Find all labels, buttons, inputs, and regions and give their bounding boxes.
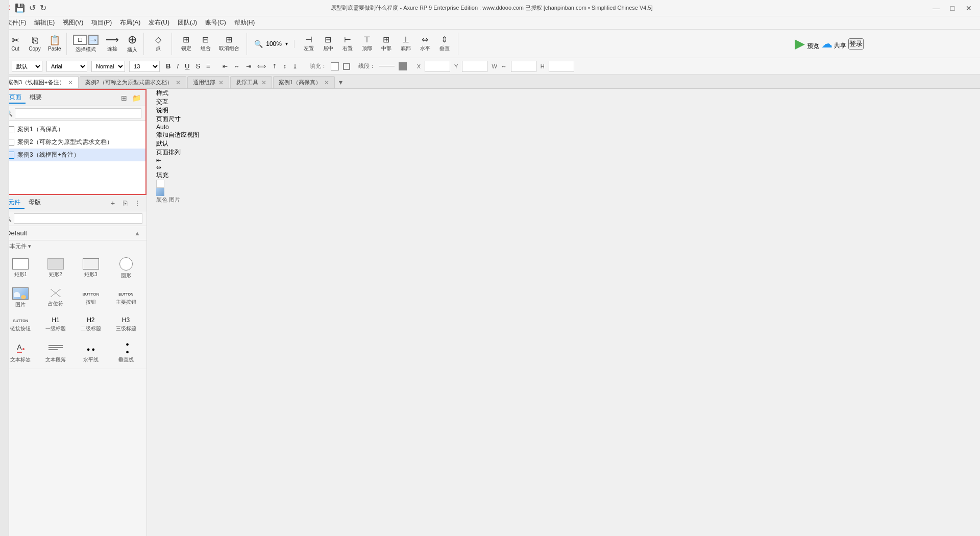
tab-more-btn[interactable]: ▾	[336, 76, 346, 88]
notes-tab[interactable]: 说明	[156, 106, 199, 115]
menu-team[interactable]: 团队(J)	[174, 17, 201, 28]
comp-mainbtn[interactable]: BUTTON 主要按钮	[109, 284, 142, 311]
preview-button[interactable]: ▶ 预览	[795, 36, 819, 52]
share-button[interactable]: ☁ 共享	[821, 37, 846, 51]
close-btn[interactable]: ✕	[962, 3, 976, 13]
pages-search-input[interactable]	[15, 108, 141, 118]
tab-floating[interactable]: 悬浮工具 ✕	[230, 76, 272, 88]
paste-button[interactable]: 📋 Paste	[45, 33, 64, 55]
align-center-page-btn[interactable]: ⇔	[156, 164, 199, 171]
page-item-case1[interactable]: 案例1（高保真）	[1, 123, 145, 136]
y-input[interactable]	[462, 61, 487, 72]
outline-tab[interactable]: 概要	[26, 92, 46, 104]
align-bottom-text-btn[interactable]: ⤓	[290, 61, 300, 71]
align-right-btn[interactable]: ⊢ 右置	[338, 33, 357, 55]
style-select[interactable]: 默认	[12, 61, 42, 72]
default-collapse-arrow[interactable]: ▲	[134, 230, 140, 237]
comp-placeholder[interactable]: 占位符	[39, 284, 72, 311]
h-input[interactable]	[549, 61, 574, 72]
comp-rect3[interactable]: 矩形3	[75, 254, 108, 282]
menu-help[interactable]: 帮助(H)	[230, 17, 259, 28]
tab-case3[interactable]: 案例3（线框图+备注） ✕	[2, 76, 79, 88]
strikethrough-btn[interactable]: S	[193, 61, 202, 71]
menu-view[interactable]: 视图(V)	[59, 17, 87, 28]
tab-case1-close[interactable]: ✕	[324, 79, 329, 86]
align-center-text-btn[interactable]: ↔	[232, 61, 242, 71]
comp-h3[interactable]: H3 三级标题	[109, 313, 142, 335]
maximize-btn[interactable]: □	[945, 3, 960, 13]
bold-btn[interactable]: B	[164, 61, 173, 71]
tab-floating-close[interactable]: ✕	[261, 79, 266, 86]
pages-folder-btn[interactable]: 📁	[131, 93, 141, 103]
tab-common[interactable]: 通用组部 ✕	[187, 76, 229, 88]
adaptive-view-btn[interactable]: 添加自适应视图	[156, 131, 199, 139]
fill-image-btn[interactable]	[156, 188, 199, 196]
line-style[interactable]	[379, 66, 395, 66]
w-input[interactable]	[511, 61, 536, 72]
comp-search-input[interactable]	[14, 213, 142, 224]
tab-case3-close[interactable]: ✕	[68, 79, 73, 86]
ungroup-btn[interactable]: ⊟ 组合	[197, 33, 215, 55]
comp-add-btn[interactable]: +	[108, 198, 118, 208]
save-icon[interactable]: 💾	[15, 3, 25, 13]
zoom-dropdown-icon[interactable]: ▾	[285, 41, 288, 46]
ungroup2-btn[interactable]: ⊞ 取消组合	[216, 33, 242, 55]
align-center-h-btn[interactable]: ⊟ 居中	[319, 33, 337, 55]
tab-case1[interactable]: 案例1（高保真） ✕	[273, 76, 335, 88]
align-top-text-btn[interactable]: ⤒	[270, 61, 279, 71]
interaction-tab[interactable]: 交互	[156, 98, 199, 106]
masters-tab[interactable]: 母版	[24, 197, 45, 209]
tab-case2-close[interactable]: ✕	[176, 79, 181, 86]
menu-publish[interactable]: 发布(U)	[144, 17, 174, 28]
login-button[interactable]: 登录	[848, 38, 864, 50]
align-top-btn[interactable]: ⊤ 顶部	[358, 33, 376, 55]
align-left-page-btn[interactable]: ⇤	[156, 157, 199, 164]
undo-icon[interactable]: ↺	[29, 3, 36, 13]
menu-edit[interactable]: 编辑(E)	[30, 17, 59, 28]
point-btn[interactable]: ◇ 点	[149, 33, 167, 55]
select-mode-button[interactable]: → 选择模式	[70, 33, 102, 55]
align-justify-btn[interactable]: ⟺	[255, 61, 268, 71]
redo-icon[interactable]: ↻	[40, 3, 46, 13]
tab-common-close[interactable]: ✕	[218, 79, 224, 86]
align-middle-text-btn[interactable]: ↕	[281, 61, 288, 71]
comp-textpara[interactable]: 文本段落	[39, 337, 72, 367]
fill-color-btn[interactable]	[156, 180, 199, 188]
size-select[interactable]: 13	[129, 61, 160, 72]
distribute-v-btn[interactable]: ⇕ 垂直	[435, 33, 454, 55]
comp-h1[interactable]: H1 一级标题	[39, 313, 72, 335]
distribute-h-btn[interactable]: ⇔ 水平	[416, 33, 434, 55]
insert-button[interactable]: ⊕ 插入	[123, 33, 141, 55]
font-select[interactable]: Arial	[46, 61, 87, 72]
comp-h2[interactable]: H2 二级标题	[75, 313, 108, 335]
menu-layout[interactable]: 布局(A)	[116, 17, 144, 28]
align-center-v-btn[interactable]: ⊞ 中部	[377, 33, 396, 55]
list-btn[interactable]: ≡	[204, 61, 212, 71]
comp-vline[interactable]: ●● 垂直线	[109, 337, 142, 367]
comp-rect2[interactable]: 矩形2	[39, 254, 72, 282]
weight-select[interactable]: Normal	[91, 61, 125, 72]
menu-project[interactable]: 项目(P)	[87, 17, 116, 28]
underline-btn[interactable]: U	[183, 61, 191, 71]
align-left-text-btn[interactable]: ⇤	[220, 61, 230, 71]
tab-case2[interactable]: 案例2（可称之为原型式需求文档） ✕	[80, 76, 186, 88]
comp-button[interactable]: BUTTON 按钮	[75, 284, 108, 311]
comp-more-btn[interactable]: ⋮	[132, 198, 142, 208]
fix-btn[interactable]: ⊞ 锁定	[177, 33, 195, 55]
comp-hline[interactable]: ●● 水平线	[75, 337, 108, 367]
italic-btn[interactable]: I	[175, 61, 181, 71]
pages-add-btn[interactable]: ⊞	[119, 93, 129, 103]
align-left-btn[interactable]: ⊣ 左置	[300, 33, 318, 55]
page-item-case3[interactable]: 案例3（线框图+备注）	[1, 149, 145, 161]
zoom-value[interactable]: 100%	[264, 40, 284, 47]
minimize-btn[interactable]: —	[929, 3, 943, 13]
x-input[interactable]	[425, 61, 450, 72]
copy-button[interactable]: ⎘ Copy	[26, 33, 44, 55]
align-right-text-btn[interactable]: ⇥	[244, 61, 253, 71]
fill-color-box[interactable]	[331, 62, 339, 70]
connect-button[interactable]: ⟶ 连接	[103, 33, 122, 55]
menu-account[interactable]: 账号(C)	[201, 17, 230, 28]
align-bottom-btn[interactable]: ⊥ 底部	[397, 33, 415, 55]
fill-style-box[interactable]	[343, 63, 350, 70]
comp-copy-btn[interactable]: ⎘	[120, 198, 130, 208]
